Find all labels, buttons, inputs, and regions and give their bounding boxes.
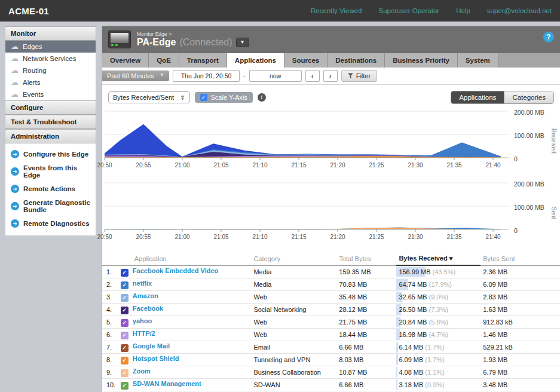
cloud-icon: ☁ xyxy=(11,91,19,97)
bytes-received-header[interactable]: Bytes Received ▾ xyxy=(396,252,481,265)
end-time-input[interactable] xyxy=(249,70,302,82)
app-checkbox[interactable]: ✓ xyxy=(121,281,128,289)
action-events-from-this-edge[interactable]: ➜Events from this Edge xyxy=(5,161,96,182)
app-link[interactable]: yahoo xyxy=(133,317,152,324)
row-rank: 4. xyxy=(102,303,118,316)
tab-business-priority[interactable]: Business Priority xyxy=(385,53,458,68)
application-cell: ✓Facebook xyxy=(118,303,252,316)
bytes-sent-cell: 1.63 MB xyxy=(481,303,560,316)
applications-view-button[interactable]: Applications xyxy=(451,91,504,103)
start-time-input[interactable] xyxy=(173,70,240,82)
app-checkbox[interactable]: ✓ xyxy=(121,332,128,339)
sidebar-section-configure[interactable]: Configure xyxy=(5,100,96,115)
app-link[interactable]: Zoom xyxy=(133,368,151,375)
edge-name: PA-Edge xyxy=(137,37,176,48)
action-configure-this-edge[interactable]: ➜Configure this Edge xyxy=(5,147,96,161)
app-checkbox[interactable]: ✓ xyxy=(121,319,128,327)
sidebar-item-edges[interactable]: ☁Edges xyxy=(5,41,96,53)
select-arrows-icon: ⇕ xyxy=(180,94,185,101)
action-label: Events from this Edge xyxy=(23,164,90,179)
app-link[interactable]: Facebook Embedded Video xyxy=(133,267,218,274)
sidebar-section-test-troubleshoot[interactable]: Test & Troubleshoot xyxy=(5,115,96,129)
topbar: ACME-01 Recently ViewedSuperuser Operato… xyxy=(0,0,560,22)
sent-chart: 20:5020:5521:0021:0521:1021:1521:2021:25… xyxy=(105,183,560,243)
action-remote-actions[interactable]: ➜Remote Actions xyxy=(5,182,96,196)
sent-chart-plot[interactable] xyxy=(105,183,509,232)
scale-y-axis-toggle[interactable]: ✓ Scale Y-Axis xyxy=(195,92,253,103)
app-checkbox[interactable]: ✓ xyxy=(121,344,128,352)
action-generate-diagnostic-bundle[interactable]: ➜Generate Diagnostic Bundle xyxy=(5,196,96,216)
time-prev-button[interactable]: ‹ xyxy=(305,70,320,82)
app-checkbox[interactable]: ✓ xyxy=(121,357,128,365)
x-tick-label: 21:25 xyxy=(369,162,384,169)
sidebar-item-events[interactable]: ☁Events xyxy=(5,88,96,100)
app-checkbox[interactable]: ✓ xyxy=(121,294,128,302)
bytes-received-cell: 3.18 MB(0.9%) xyxy=(396,378,481,391)
app-link[interactable]: SD-WAN Management xyxy=(133,380,201,387)
action-label: Generate Diagnostic Bundle xyxy=(23,199,90,213)
row-rank: 7. xyxy=(102,341,118,353)
sidebar-item-routing[interactable]: ☁Routing xyxy=(5,65,96,76)
tab-qoe[interactable]: QoE xyxy=(149,53,179,68)
category-header[interactable]: Category xyxy=(251,252,336,265)
app-checkbox[interactable]: ✓ xyxy=(121,269,128,277)
tab-applications[interactable]: Applications xyxy=(227,53,284,68)
sidebar: Monitor☁Edges☁Network Services☁Routing☁A… xyxy=(5,26,96,236)
bytes-sent-header[interactable]: Bytes Sent xyxy=(481,252,560,265)
received-percent: (1.7%) xyxy=(425,344,444,351)
app-checkbox[interactable]: ✓ xyxy=(121,382,128,390)
app-link[interactable]: HTTP/2 xyxy=(133,330,155,337)
topbar-link-superuser-operator[interactable]: Superuser Operator xyxy=(378,7,439,14)
sidebar-section-monitor[interactable]: Monitor xyxy=(5,26,96,41)
row-rank: 10. xyxy=(102,378,118,391)
sidebar-section-administration[interactable]: Administration xyxy=(5,129,96,143)
sent-y-axis: 0100.00 MB200.00 MB xyxy=(509,183,550,243)
topbar-link-recently-viewed[interactable]: Recently Viewed xyxy=(311,7,362,14)
bytes-received-cell: 6.09 MB(1.7%) xyxy=(396,353,481,366)
metric-label: Bytes Received/Sent xyxy=(113,94,174,101)
time-range-dropdown[interactable]: Past 60 Minutes ▼ xyxy=(102,71,169,81)
action-remote-diagnostics[interactable]: ➜Remote Diagnostics xyxy=(5,216,96,231)
tab-overview[interactable]: Overview xyxy=(102,53,149,68)
total-bytes-header[interactable]: Total Bytes xyxy=(336,252,396,265)
categories-view-button[interactable]: Categories xyxy=(504,91,553,103)
info-icon[interactable]: i xyxy=(258,93,266,102)
breadcrumb[interactable]: Monitor Edge > xyxy=(137,31,249,37)
main-panel: Monitor Edge > PA-Edge (Connected) ▼ ? O… xyxy=(102,26,560,392)
bytes-received-cell: 4.08 MB(1.1%) xyxy=(396,366,481,378)
topbar-link-help[interactable]: Help xyxy=(456,7,470,14)
tab-destinations[interactable]: Destinations xyxy=(328,53,385,68)
application-cell: ✓HTTP/2 xyxy=(118,328,252,341)
app-checkbox[interactable]: ✓ xyxy=(121,369,128,377)
received-chart-plot[interactable] xyxy=(105,111,509,161)
time-next-button[interactable]: › xyxy=(323,70,338,82)
edge-dropdown-button[interactable]: ▼ xyxy=(236,38,249,47)
category-cell: Media xyxy=(251,265,336,278)
app-link[interactable]: Hotspot Shield xyxy=(133,355,179,362)
x-tick-label: 21:10 xyxy=(252,234,267,240)
tab-sources[interactable]: Sources xyxy=(284,53,328,68)
received-axis-title: Received xyxy=(550,128,557,154)
app-link[interactable]: netflix xyxy=(133,280,152,287)
category-cell: Social Networking xyxy=(251,303,336,316)
app-checkbox[interactable]: ✓ xyxy=(121,307,128,314)
app-link[interactable]: Google Mail xyxy=(133,342,170,350)
app-link[interactable]: Amazon xyxy=(133,292,158,299)
tab-system[interactable]: System xyxy=(458,53,498,68)
metric-select[interactable]: Bytes Received/Sent ⇕ xyxy=(108,91,190,103)
category-cell: SD-WAN xyxy=(251,378,336,391)
sidebar-item-network-services[interactable]: ☁Network Services xyxy=(5,53,96,65)
sidebar-item-label: Network Services xyxy=(23,55,76,62)
sidebar-item-alerts[interactable]: ☁Alerts xyxy=(5,76,96,88)
table-row-yahoo: 5.✓yahooWeb21.75 MB20.84 MB(5.8%)912.83 … xyxy=(102,316,560,328)
topbar-link-super-velocloud-net[interactable]: super@velocloud.net xyxy=(487,7,552,14)
help-icon[interactable]: ? xyxy=(543,32,554,42)
application-header[interactable]: Application xyxy=(118,252,252,265)
x-tick-label: 21:40 xyxy=(485,234,500,240)
filter-button[interactable]: Filter xyxy=(341,70,377,82)
tab-transport[interactable]: Transport xyxy=(179,53,227,68)
bytes-sent-cell: 2.83 MB xyxy=(481,290,560,303)
category-cell: Web xyxy=(251,316,336,328)
app-link[interactable]: Facebook xyxy=(133,305,163,312)
total-bytes-cell: 28.12 MB xyxy=(336,303,396,316)
